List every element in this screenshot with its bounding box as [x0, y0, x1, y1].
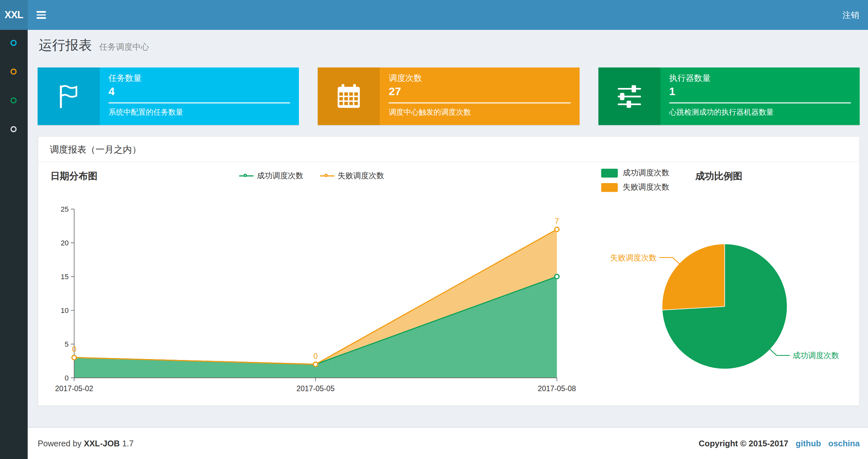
legend-label: 成功调度次数 [257, 171, 303, 181]
app-viewport: XXL 注销 运行报表 任务调度中心 任务数量 4 [0, 0, 868, 459]
info-box-description: 调度中心触发的调度次数 [389, 107, 570, 118]
page-title: 运行报表 [39, 36, 92, 54]
app-logo[interactable]: XXL [0, 0, 28, 30]
sliders-icon [598, 67, 660, 125]
product-name: XXL-JOB [84, 438, 120, 448]
legend-item-success[interactable]: 成功调度次数 [601, 168, 670, 178]
line-legend-marker-icon [239, 174, 253, 178]
svg-text:成功调度次数: 成功调度次数 [793, 351, 839, 360]
info-box-label: 任务数量 [108, 73, 290, 84]
page-header: 运行报表 任务调度中心 [39, 36, 149, 54]
copyright-area: Copyright © 2015-2017 github oschina [699, 438, 860, 448]
info-box-value: 27 [389, 85, 570, 98]
calendar-icon [318, 67, 380, 125]
svg-text:0: 0 [72, 345, 76, 354]
hamburger-icon [36, 11, 46, 13]
info-box-value: 1 [669, 85, 851, 98]
pie-chart-legend: 成功调度次数 失败调度次数 [601, 168, 670, 197]
svg-text:10: 10 [61, 306, 69, 315]
info-box-divider [389, 102, 570, 103]
svg-text:20: 20 [61, 239, 69, 247]
info-box-description: 心跳检测成功的执行器机器数量 [669, 107, 851, 118]
sidebar-item-3[interactable] [10, 97, 17, 103]
svg-text:2017-05-05: 2017-05-05 [296, 384, 335, 393]
flag-icon [38, 67, 100, 125]
legend-item-fail[interactable]: 失败调度次数 [320, 171, 384, 181]
info-box-executors: 执行器数量 1 心跳检测成功的执行器机器数量 [598, 67, 860, 125]
legend-item-success[interactable]: 成功调度次数 [239, 171, 303, 181]
sidebar-item-2[interactable] [10, 68, 17, 75]
left-sidebar [0, 30, 28, 459]
github-link[interactable]: github [796, 438, 821, 448]
page-footer: Powered by XXL-JOB 1.7 Copyright © 2015-… [28, 427, 868, 459]
oschina-link[interactable]: oschina [828, 438, 860, 448]
svg-text:7: 7 [555, 217, 559, 225]
logout-link[interactable]: 注销 [834, 0, 868, 30]
line-chart-title: 日期分布图 [50, 170, 97, 183]
legend-label: 成功调度次数 [623, 168, 669, 178]
legend-swatch-icon [601, 183, 618, 192]
svg-text:0: 0 [313, 352, 318, 360]
svg-text:2017-05-08: 2017-05-08 [538, 384, 576, 393]
info-box-label: 执行器数量 [669, 73, 851, 84]
legend-label: 失败调度次数 [623, 183, 669, 193]
svg-text:2017-05-02: 2017-05-02 [55, 384, 94, 393]
svg-text:5: 5 [65, 340, 68, 348]
info-box-value: 4 [108, 85, 290, 98]
pie-chart-title: 成功比例图 [695, 170, 742, 183]
svg-text:25: 25 [61, 205, 69, 213]
product-version: 1.7 [122, 438, 134, 448]
success-ratio-pie-chart: 成功调度次数失败调度次数 [598, 233, 859, 399]
svg-text:失败调度次数: 失败调度次数 [610, 253, 656, 262]
powered-by-prefix: Powered by [38, 438, 82, 448]
panel-title: 调度报表（一月之内） [38, 137, 859, 162]
line-chart-legend: 成功调度次数 失败调度次数 [239, 171, 384, 181]
legend-label: 失败调度次数 [338, 171, 384, 181]
report-panel: 调度报表（一月之内） 日期分布图 成功调度次数 失败调度次数 051015202… [38, 136, 860, 406]
info-box-triggers: 调度次数 27 调度中心触发的调度次数 [318, 67, 580, 125]
info-box-description: 系统中配置的任务数量 [108, 107, 290, 118]
page-subtitle: 任务调度中心 [99, 42, 149, 53]
svg-text:0: 0 [65, 374, 68, 382]
legend-item-fail[interactable]: 失败调度次数 [601, 183, 670, 193]
sidebar-item-4[interactable] [10, 126, 17, 132]
legend-swatch-icon [601, 169, 618, 177]
copyright-text: Copyright © 2015-2017 [699, 438, 788, 448]
sidebar-toggle-button[interactable] [28, 0, 54, 30]
powered-by: Powered by XXL-JOB 1.7 [38, 438, 134, 448]
line-legend-marker-icon [320, 174, 334, 178]
sidebar-item-1[interactable] [10, 40, 17, 46]
info-box-divider [669, 102, 851, 103]
info-box-label: 调度次数 [389, 73, 570, 84]
info-box-jobs: 任务数量 4 系统中配置的任务数量 [38, 67, 299, 125]
svg-text:15: 15 [61, 273, 69, 281]
date-distribution-chart: 05101520252017-05-022017-05-052017-05-08… [39, 205, 582, 396]
top-navbar: XXL 注销 [0, 0, 868, 30]
summary-info-row: 任务数量 4 系统中配置的任务数量 [38, 67, 860, 125]
info-box-divider [108, 102, 290, 103]
